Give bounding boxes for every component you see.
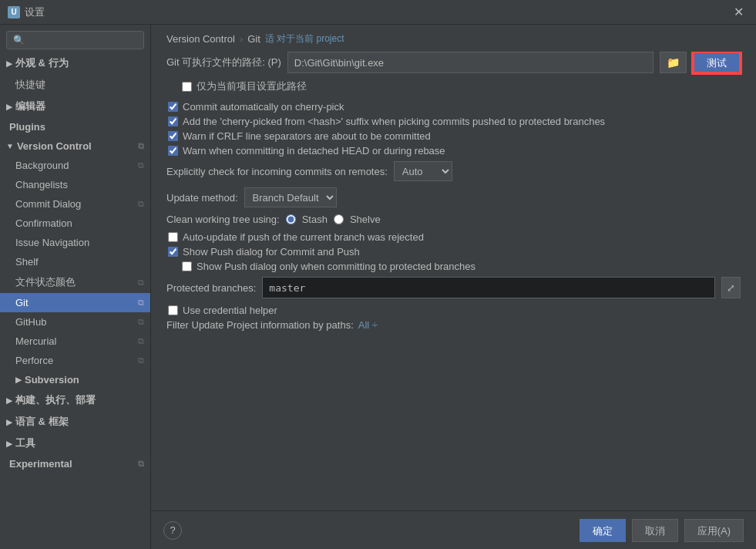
sidebar-item-label: 外观 & 行为 [15, 56, 69, 70]
expand-button[interactable]: ⤢ [721, 277, 741, 298]
copy-icon: ⧉ [138, 160, 144, 170]
bottom-left: ? [163, 521, 182, 540]
apply-button[interactable]: 应用(A) [684, 519, 744, 542]
show-push-dialog-row: Show Push dialog for Commit and Push [166, 246, 741, 258]
auto-update-row: Auto-update if push of the current branc… [166, 231, 741, 243]
crlf-warn-checkbox[interactable] [168, 131, 178, 141]
sidebar-item-languages-frameworks[interactable]: ▶ 语言 & 框架 [0, 411, 150, 433]
sidebar-item-label: Git [15, 297, 29, 308]
filter-update-value[interactable]: All ÷ [358, 319, 378, 331]
protected-branches-input[interactable] [262, 277, 715, 298]
copy-icon: ⧉ [138, 141, 144, 151]
path-project-checkbox[interactable] [182, 82, 192, 92]
show-push-dialog-checkbox[interactable] [168, 247, 178, 257]
settings-body: Git 可执行文件的路径: (P) 📁 测试 仅为当前项目设置此路径 Commi… [151, 52, 756, 510]
path-input[interactable] [287, 52, 654, 73]
cancel-button[interactable]: 取消 [632, 519, 678, 542]
arrow-icon: ▶ [6, 103, 12, 111]
project-link[interactable]: 适 对于当前 project [265, 32, 344, 45]
sidebar-item-keymap[interactable]: 快捷键 [0, 74, 150, 96]
show-push-only-protected-label: Show Push dialog only when committing to… [197, 261, 475, 272]
sidebar-item-background[interactable]: Background ⧉ [0, 156, 150, 175]
sidebar-item-label: Plugins [9, 121, 45, 133]
sidebar-item-editor[interactable]: ▶ 编辑器 [0, 96, 150, 117]
detached-head-row: Warn when committing in detached HEAD or… [166, 145, 741, 157]
sidebar-item-appearance[interactable]: ▶ 外观 & 行为 [0, 52, 150, 74]
update-method-select[interactable]: Branch Default Merge Rebase [244, 187, 337, 207]
sidebar-item-label: 编辑器 [15, 99, 45, 113]
show-push-only-protected-row: Show Push dialog only when committing to… [166, 261, 741, 272]
app-icon: U [8, 6, 20, 19]
sidebar-item-version-control[interactable]: ▼ Version Control ⧉ [0, 136, 150, 156]
cherry-picked-suffix-checkbox[interactable] [168, 116, 178, 126]
test-button[interactable]: 测试 [693, 52, 741, 73]
stash-radio[interactable] [286, 214, 296, 224]
sidebar-item-github[interactable]: GitHub ⧉ [0, 312, 150, 332]
clean-working-tree-row: Clean working tree using: Stash Shelve [166, 214, 741, 225]
sidebar-item-issue-navigation[interactable]: Issue Navigation [0, 233, 150, 252]
sidebar-item-git[interactable]: Git ⧉ [0, 293, 150, 312]
shelve-label: Shelve [350, 214, 381, 225]
sidebar: ▶ 外观 & 行为 快捷键 ▶ 编辑器 Plugins ▼ Version Co… [0, 25, 151, 549]
title-bar: U 设置 ✕ [0, 0, 756, 25]
show-push-dialog-label: Show Push dialog for Commit and Push [183, 246, 360, 258]
path-label: Git 可执行文件的路径: (P) [166, 56, 281, 69]
use-credential-row: Use credential helper [166, 305, 741, 316]
ok-button[interactable]: 确定 [580, 519, 626, 542]
sidebar-item-experimental[interactable]: Experimental ⧉ [0, 454, 150, 473]
cherry-pick-checkbox[interactable] [168, 102, 178, 112]
crlf-warn-label: Warn if CRLF line separators are about t… [183, 130, 431, 142]
update-method-label: Update method: [166, 192, 238, 204]
filter-update-row: Filter Update Project information by pat… [166, 319, 741, 331]
sidebar-item-label: Perforce [15, 355, 53, 366]
incoming-commits-select[interactable]: Auto Always Never [394, 161, 452, 181]
use-credential-checkbox[interactable] [168, 305, 178, 315]
sidebar-item-commit-dialog[interactable]: Commit Dialog ⧉ [0, 194, 150, 214]
sidebar-item-plugins[interactable]: Plugins [0, 117, 150, 136]
sidebar-item-label: Subversion [25, 374, 79, 386]
stash-label: Stash [302, 214, 328, 225]
sidebar-item-build-exec-deploy[interactable]: ▶ 构建、执行、部署 [0, 389, 150, 411]
sidebar-item-perforce[interactable]: Perforce ⧉ [0, 351, 150, 370]
sidebar-item-confirmation[interactable]: Confirmation [0, 214, 150, 233]
sidebar-item-label: 构建、执行、部署 [15, 393, 96, 407]
filter-update-label: Filter Update Project information by pat… [166, 319, 354, 331]
help-button[interactable]: ? [163, 521, 182, 540]
breadcrumb: Version Control › Git 适 对于当前 project [151, 25, 756, 52]
search-input[interactable] [6, 31, 144, 49]
shelve-radio[interactable] [334, 214, 344, 224]
sidebar-item-changelists[interactable]: Changelists [0, 175, 150, 194]
folder-button[interactable]: 📁 [660, 52, 687, 73]
path-project-checkbox-row: 仅为当前项目设置此路径 [166, 79, 741, 93]
detached-head-checkbox[interactable] [168, 146, 178, 156]
show-push-only-protected-checkbox[interactable] [182, 261, 192, 271]
copy-icon: ⧉ [138, 298, 144, 308]
close-button[interactable]: ✕ [729, 5, 748, 20]
sidebar-item-tools[interactable]: ▶ 工具 [0, 433, 150, 454]
copy-icon: ⧉ [138, 199, 144, 209]
protected-branches-label: Protected branches: [166, 282, 256, 294]
arrow-icon: ▶ [6, 440, 12, 448]
window-title: 设置 [25, 5, 729, 19]
path-project-label: 仅为当前项目设置此路径 [197, 79, 307, 93]
copy-icon: ⧉ [138, 317, 144, 327]
bottom-right: 确定 取消 应用(A) [580, 519, 744, 542]
sidebar-item-shelf[interactable]: Shelf [0, 252, 150, 271]
incoming-commits-row: Explicitly check for incoming commits on… [166, 161, 741, 181]
protected-branches-row: Protected branches: ⤢ [166, 277, 741, 298]
cherry-pick-row: Commit automatically on cherry-pick [166, 101, 741, 113]
sidebar-item-subversion[interactable]: ▶ Subversion [0, 370, 150, 389]
detached-head-label: Warn when committing in detached HEAD or… [183, 145, 445, 157]
update-method-row: Update method: Branch Default Merge Reba… [166, 187, 741, 207]
sidebar-item-label: 快捷键 [15, 78, 45, 92]
auto-update-checkbox[interactable] [168, 232, 178, 242]
sidebar-item-label: Confirmation [15, 217, 72, 229]
breadcrumb-current: Git [247, 33, 260, 45]
sidebar-item-file-status-colors[interactable]: 文件状态颜色 ⧉ [0, 271, 150, 293]
crlf-warn-row: Warn if CRLF line separators are about t… [166, 130, 741, 142]
sidebar-item-label: Version Control [17, 140, 92, 152]
cherry-picked-suffix-row: Add the 'cherry-picked from <hash>' suff… [166, 116, 741, 127]
sidebar-item-label: 工具 [15, 436, 35, 450]
sidebar-item-mercurial[interactable]: Mercurial ⧉ [0, 332, 150, 351]
breadcrumb-parent[interactable]: Version Control [166, 33, 235, 45]
